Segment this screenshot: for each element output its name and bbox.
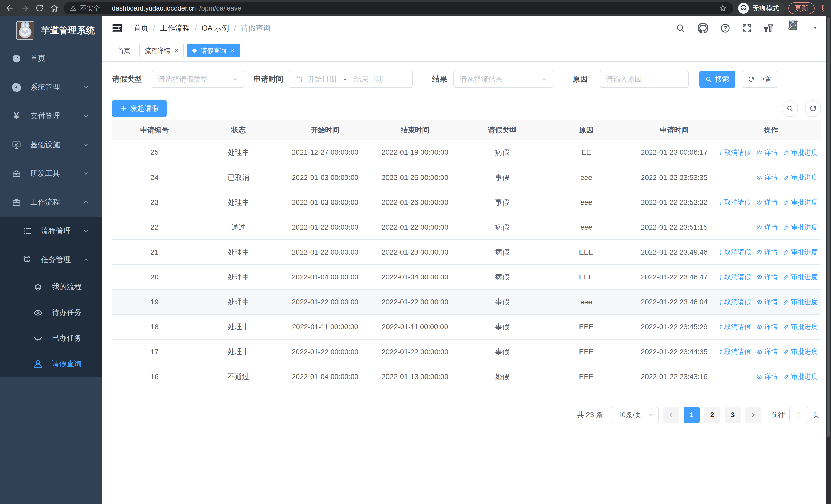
url-divider bbox=[106, 5, 106, 11]
approval-progress-link[interactable]: 审批进度 bbox=[783, 198, 818, 207]
avatar[interactable] bbox=[786, 18, 806, 38]
cancel-leave-link[interactable]: 取消请假 bbox=[720, 272, 751, 281]
browser-back-icon[interactable] bbox=[4, 3, 16, 14]
cancel-leave-link[interactable]: 取消请假 bbox=[720, 148, 751, 157]
cancel-leave-link[interactable]: 取消请假 bbox=[720, 248, 751, 257]
tab-流程详情[interactable]: 流程详情× bbox=[139, 43, 184, 58]
sidebar-item-支付管理[interactable]: ¥支付管理 bbox=[0, 101, 102, 130]
page-button-2[interactable]: 2 bbox=[704, 407, 720, 423]
eye-icon bbox=[756, 324, 763, 330]
breadcrumb-item[interactable]: OA 示例 bbox=[202, 23, 229, 33]
pen-icon bbox=[783, 274, 790, 280]
goto-page-input[interactable]: 1 bbox=[790, 407, 808, 423]
approval-progress-link[interactable]: 审批进度 bbox=[783, 272, 818, 281]
tab-close-icon[interactable]: × bbox=[230, 47, 234, 54]
fullscreen-icon[interactable] bbox=[742, 23, 752, 33]
help-icon[interactable] bbox=[720, 23, 730, 33]
sidebar-item-系统管理[interactable]: 系统管理 bbox=[0, 73, 102, 101]
page-scrollbar[interactable] bbox=[826, 17, 831, 504]
detail-link[interactable]: 详情 bbox=[756, 223, 778, 232]
bookmark-star-icon[interactable] bbox=[719, 4, 727, 12]
sidebar-item-请假查询[interactable]: 请假查询 bbox=[0, 351, 102, 377]
cancel-leave-link[interactable]: 取消请假 bbox=[720, 322, 751, 331]
breadcrumb-item[interactable]: 首页 bbox=[134, 23, 148, 33]
page-button-3[interactable]: 3 bbox=[725, 407, 741, 423]
approval-progress-link[interactable]: 审批进度 bbox=[783, 322, 818, 331]
browser-update-button[interactable]: 更新 bbox=[789, 2, 814, 14]
avatar-caret-icon[interactable]: ▾ bbox=[814, 26, 816, 30]
breadcrumb-item[interactable]: 工作流程 bbox=[160, 23, 190, 33]
trash-icon bbox=[720, 299, 723, 305]
detail-link[interactable]: 详情 bbox=[756, 322, 778, 331]
user-icon bbox=[32, 359, 44, 369]
sidebar-item-首页[interactable]: 首页 bbox=[0, 44, 102, 73]
browser-menu-icon[interactable] bbox=[818, 4, 827, 12]
apply-time-range-picker[interactable]: 开始日期 - 结束日期 bbox=[289, 71, 413, 88]
scrollbar-thumb[interactable] bbox=[827, 18, 830, 437]
page-button-1[interactable]: 1 bbox=[684, 407, 699, 423]
prev-page-button[interactable] bbox=[663, 407, 679, 423]
cell-type: 事假 bbox=[460, 314, 545, 339]
sidebar-collapse-icon[interactable] bbox=[112, 23, 123, 34]
detail-link[interactable]: 详情 bbox=[756, 148, 778, 157]
cancel-leave-link[interactable]: 取消请假 bbox=[720, 198, 751, 207]
sidebar-item-待办任务[interactable]: 待办任务 bbox=[0, 300, 102, 325]
approval-progress-link[interactable]: 审批进度 bbox=[783, 372, 818, 381]
eye-icon bbox=[756, 249, 763, 256]
sidebar-item-流程管理[interactable]: 流程管理 bbox=[0, 216, 102, 245]
browser-home-icon[interactable] bbox=[49, 3, 60, 14]
sidebar-item-已办任务[interactable]: 已办任务 bbox=[0, 325, 102, 351]
sidebar-item-研发工具[interactable]: 研发工具 bbox=[0, 159, 102, 188]
cancel-leave-link[interactable]: 取消请假 bbox=[720, 347, 751, 356]
reason-input[interactable]: 请输入原因 bbox=[600, 71, 689, 88]
calendar-icon bbox=[295, 76, 303, 83]
approval-progress-link[interactable]: 审批进度 bbox=[783, 347, 818, 356]
action-label: 详情 bbox=[764, 347, 778, 356]
reset-button[interactable]: 重置 bbox=[742, 71, 778, 88]
next-page-button[interactable] bbox=[745, 407, 761, 423]
approval-progress-link[interactable]: 审批进度 bbox=[783, 248, 818, 257]
approval-progress-link[interactable]: 审批进度 bbox=[783, 223, 818, 232]
cell-applied: 2022-01-22 23:46:47 bbox=[628, 265, 720, 290]
detail-link[interactable]: 详情 bbox=[756, 173, 778, 182]
address-bar[interactable]: 不安全 dashboard.yudao.iocoder.cn/bpm/oa/le… bbox=[64, 2, 733, 14]
sidebar-item-基础设施[interactable]: 基础设施 bbox=[0, 130, 102, 159]
github-icon[interactable] bbox=[697, 22, 709, 34]
browser-forward-icon[interactable] bbox=[19, 3, 30, 14]
detail-link[interactable]: 详情 bbox=[756, 297, 778, 306]
leave-type-select[interactable]: 请选择请假类型 bbox=[152, 71, 244, 88]
approval-progress-link[interactable]: 审批进度 bbox=[783, 148, 818, 157]
detail-link[interactable]: 详情 bbox=[756, 248, 778, 257]
cell-status: 不通过 bbox=[197, 364, 280, 389]
approval-progress-link[interactable]: 审批进度 bbox=[783, 173, 818, 182]
goto-label: 前往 bbox=[771, 410, 785, 420]
approval-progress-link[interactable]: 审批进度 bbox=[783, 297, 818, 306]
main-area: 首页/工作流程/OA 示例/请假查询 ▾ 首页流程详情×请假查询× 请假类型 请… bbox=[102, 17, 831, 504]
sidebar-item-我的流程[interactable]: 我的流程 bbox=[0, 274, 102, 300]
action-label: 详情 bbox=[764, 148, 778, 157]
page-size-select[interactable]: 10条/页 bbox=[611, 407, 659, 423]
detail-link[interactable]: 详情 bbox=[756, 198, 778, 207]
tab-首页[interactable]: 首页 bbox=[112, 43, 136, 58]
create-leave-button[interactable]: 发起请假 bbox=[112, 100, 167, 117]
search-button[interactable]: 搜索 bbox=[699, 71, 735, 88]
detail-link[interactable]: 详情 bbox=[756, 372, 778, 381]
cell-end: 2022-01-26 00:00:00 bbox=[370, 165, 460, 190]
detail-link[interactable]: 详情 bbox=[756, 347, 778, 356]
column-header: 开始时间 bbox=[280, 120, 370, 140]
header-search-icon[interactable] bbox=[676, 23, 686, 33]
cell-start: 2022-01-22 00:00:00 bbox=[280, 290, 370, 314]
tab-请假查询[interactable]: 请假查询× bbox=[187, 43, 240, 58]
result-select[interactable]: 请选择流结果 bbox=[454, 71, 553, 88]
sidebar-item-任务管理[interactable]: 任务管理 bbox=[0, 245, 102, 274]
refresh-table-button[interactable] bbox=[805, 100, 821, 117]
detail-link[interactable]: 详情 bbox=[756, 272, 778, 281]
date-end-placeholder: 结束日期 bbox=[354, 75, 383, 84]
show-search-toggle-button[interactable] bbox=[782, 100, 798, 117]
sidebar-item-工作流程[interactable]: 工作流程 bbox=[0, 188, 102, 216]
cell-end: 2022-01-23 00:00:00 bbox=[370, 240, 460, 265]
tab-close-icon[interactable]: × bbox=[174, 47, 178, 54]
font-size-icon[interactable] bbox=[763, 23, 775, 34]
browser-reload-icon[interactable] bbox=[34, 3, 45, 14]
cancel-leave-link[interactable]: 取消请假 bbox=[720, 297, 751, 306]
